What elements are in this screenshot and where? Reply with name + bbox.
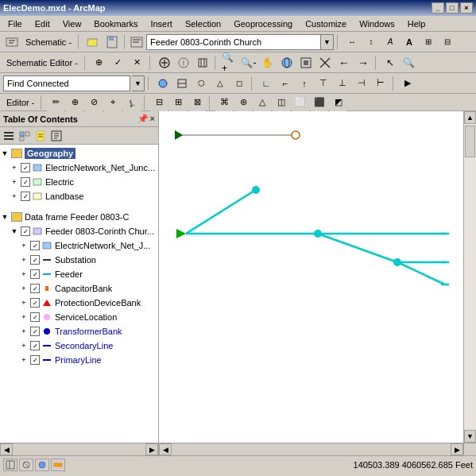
expand-en-junc[interactable]: + — [10, 163, 19, 172]
toc-item-protectiondevicebank[interactable]: + ✓ ProtectionDeviceBank — [0, 296, 158, 310]
toc-item-servicelocation[interactable]: + ✓ ServiceLocation — [0, 310, 158, 324]
toc-group-geography[interactable]: ▼ Geography — [0, 146, 158, 161]
ed-btn4[interactable]: ⌖ — [104, 94, 122, 111]
toc-item-en-j[interactable]: + ✓ ElectricNetwork_Net_J... — [0, 238, 158, 253]
fc-btn7[interactable]: ⌐ — [277, 75, 294, 92]
cb-electric[interactable]: ✓ — [21, 177, 30, 187]
se-btn8[interactable] — [316, 54, 334, 72]
cb-servicelocation[interactable]: ✓ — [30, 312, 40, 322]
expand-secondaryline[interactable]: + — [19, 341, 29, 350]
tb-btn4[interactable]: A — [401, 33, 418, 51]
status-btn1[interactable] — [3, 459, 17, 471]
se-btn1[interactable]: ⊕ — [91, 54, 108, 72]
tb-btn6[interactable]: ⊟ — [439, 33, 456, 51]
cb-primaryline[interactable]: ✓ — [30, 355, 40, 365]
se-zoom-in[interactable]: 🔍+ — [221, 54, 238, 72]
toc-list-source[interactable] — [33, 129, 48, 143]
toc-controls[interactable]: 📌 × — [137, 114, 155, 124]
maximize-btn[interactable]: □ — [446, 2, 459, 14]
expand-capacitorbank[interactable]: + — [19, 284, 29, 293]
ed-btn6[interactable]: ⊟ — [150, 94, 168, 111]
cb-protectiondevicebank[interactable]: ✓ — [30, 298, 40, 308]
tb-btn5[interactable]: ⊞ — [420, 33, 437, 51]
scroll-thumb[interactable] — [465, 126, 475, 157]
scroll-up-btn[interactable]: ▲ — [464, 111, 476, 124]
se-select[interactable]: ↖ — [381, 54, 399, 72]
cb-capacitorbank[interactable]: ✓ — [30, 284, 40, 293]
cb-feeder-layer[interactable]: ✓ — [30, 269, 40, 279]
cb-en-j[interactable]: ✓ — [30, 241, 40, 250]
menu-windows[interactable]: Windows — [354, 17, 400, 30]
se-zoom-out[interactable]: 🔍- — [240, 54, 257, 72]
ed-btn1[interactable]: ✏ — [47, 94, 64, 111]
toc-item-feeder-layer[interactable]: + ✓ Feeder — [0, 267, 158, 281]
expand-transformerbank[interactable]: + — [19, 327, 29, 336]
toc-item-landbase[interactable]: + ✓ Landbase — [0, 189, 158, 203]
expand-feeder-group[interactable]: ▼ — [0, 212, 10, 222]
open-btn[interactable] — [84, 33, 102, 51]
cb-transformerbank[interactable]: ✓ — [30, 327, 40, 336]
fc-btn13[interactable]: ▶ — [399, 75, 416, 92]
fc-btn5[interactable]: ◻ — [230, 75, 248, 92]
ed-btn14[interactable]: ⬛ — [311, 94, 328, 111]
toc-item-electric[interactable]: + ✓ Electric — [0, 175, 158, 189]
tb-btn1[interactable]: ↔ — [343, 33, 361, 51]
window-controls[interactable]: _ □ × — [431, 2, 473, 14]
fc-btn3[interactable]: ⬡ — [192, 75, 210, 92]
se-btn2[interactable]: ✓ — [110, 54, 127, 72]
toc-item-transformerbank[interactable]: + ✓ TransformerBank — [0, 324, 158, 339]
feeder-dropdown[interactable]: Feeder 0803-Corinth Church — [146, 34, 321, 50]
se-back[interactable]: ← — [335, 54, 353, 72]
expand-feeder-layer[interactable]: + — [19, 269, 29, 279]
ed-btn15[interactable]: ◩ — [330, 94, 347, 111]
ed-btn2[interactable]: ⊕ — [66, 94, 83, 111]
h-scrollbar[interactable]: ◀ ▶ — [159, 443, 463, 455]
status-btn3[interactable] — [35, 459, 49, 471]
scroll-right-btn[interactable]: ▶ — [451, 443, 463, 455]
find-connected-dropdown[interactable]: Find Connected — [3, 75, 130, 91]
se-globe[interactable] — [278, 54, 296, 72]
toc-scroll-right[interactable]: ▶ — [145, 443, 158, 455]
status-btn2[interactable] — [19, 459, 33, 471]
status-btn4[interactable] — [51, 459, 65, 471]
se-identify[interactable]: 🔍 — [401, 54, 418, 72]
toc-pin-btn[interactable]: 📌 — [137, 114, 149, 124]
find-connected-arrow[interactable]: ▼ — [132, 75, 145, 91]
ed-btn7[interactable]: ⊞ — [169, 94, 187, 111]
toc-list-all[interactable] — [2, 129, 16, 143]
scroll-down-btn[interactable]: ▼ — [464, 430, 476, 443]
menu-edit[interactable]: Edit — [30, 17, 55, 30]
expand-geography[interactable]: ▼ — [0, 149, 10, 158]
menu-file[interactable]: File — [3, 17, 27, 30]
minimize-btn[interactable]: _ — [431, 2, 444, 14]
toc-list-visible[interactable] — [17, 129, 32, 143]
ed-btn3[interactable]: ⊘ — [85, 94, 103, 111]
menu-insert[interactable]: Insert — [145, 17, 177, 30]
toc-close-btn[interactable]: × — [150, 114, 155, 124]
fc-btn8[interactable]: ↑ — [296, 75, 313, 92]
cb-en-junc[interactable]: ✓ — [21, 163, 30, 172]
toc-item-capacitorbank[interactable]: + ✓ CapacitorBank — [0, 281, 158, 296]
menu-bookmarks[interactable]: Bookmarks — [89, 17, 142, 30]
ed-btn12[interactable]: ◫ — [273, 94, 290, 111]
ed-btn8[interactable]: ⊠ — [188, 94, 206, 111]
fc-btn1[interactable] — [154, 75, 172, 92]
feeder-dropdown-arrow[interactable]: ▼ — [321, 34, 334, 50]
menu-help[interactable]: Help — [403, 17, 431, 30]
se-btn4[interactable] — [156, 54, 173, 72]
fc-btn2[interactable] — [173, 75, 191, 92]
scroll-left-btn[interactable]: ◀ — [159, 443, 172, 455]
cb-feeder-0803[interactable]: ✓ — [21, 226, 30, 236]
fc-btn12[interactable]: ⊢ — [372, 75, 389, 92]
expand-primaryline[interactable]: + — [19, 355, 29, 365]
menu-view[interactable]: View — [58, 17, 87, 30]
ed-btn10[interactable]: ⊛ — [234, 94, 252, 111]
toc-options[interactable] — [49, 129, 64, 143]
se-btn6[interactable] — [194, 54, 211, 72]
fc-btn4[interactable]: △ — [211, 75, 229, 92]
cb-secondaryline[interactable]: ✓ — [30, 341, 40, 350]
fc-btn9[interactable]: ⊤ — [315, 75, 332, 92]
cb-substation[interactable]: ✓ — [30, 255, 40, 265]
expand-servicelocation[interactable]: + — [19, 312, 29, 322]
ed-btn13[interactable]: ⬜ — [292, 94, 309, 111]
